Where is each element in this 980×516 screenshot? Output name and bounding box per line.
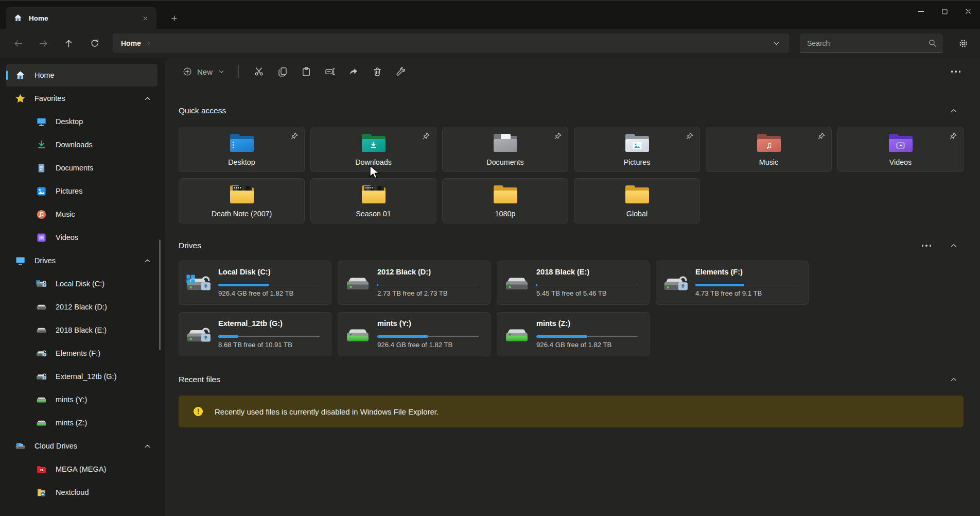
recent-files-collapse-button[interactable] <box>946 372 961 387</box>
sidebar-item-mints-y[interactable]: mints (Y:) <box>6 388 157 411</box>
tile-label: Documents <box>447 158 564 166</box>
quick-access-tile-videos[interactable]: Videos <box>837 127 964 172</box>
drive-capacity: 926.4 GB free of 1.82 TB <box>218 289 293 297</box>
drives-collapse-button[interactable] <box>946 238 961 253</box>
sidebar-item-elements-f[interactable]: Elements (F:) <box>6 342 157 365</box>
sidebar-item-label: Elements (F:) <box>56 349 100 357</box>
breadcrumb-home[interactable]: Home <box>121 39 141 47</box>
sidebar-item-external-12tb-g[interactable]: External_12tb (G:) <box>6 365 157 388</box>
sidebar-item-label: Favorites <box>34 94 65 102</box>
chevron-up-icon[interactable] <box>144 257 151 265</box>
sidebar-item-local-disk-c[interactable]: Local Disk (C:) <box>6 272 157 295</box>
address-bar[interactable]: Home <box>113 33 789 53</box>
sidebar-item-label: Home <box>34 71 55 79</box>
refresh-button[interactable] <box>85 34 104 53</box>
pin-icon[interactable] <box>553 132 562 141</box>
cut-button[interactable] <box>247 61 271 82</box>
share-icon <box>348 66 359 77</box>
quick-access-tile-season-01[interactable]: Season 01 <box>310 178 436 223</box>
drives-title: Drives <box>179 241 201 250</box>
drive-tile-z[interactable]: mints (Z:) 926.4 GB free of 1.82 TB <box>497 312 650 356</box>
drive-tile-y[interactable]: mints (Y:) 926.4 GB free of 1.82 TB <box>338 312 491 356</box>
drive-tile-c[interactable]: Local Disk (C:) 926.4 GB free of 1.82 TB <box>179 261 331 305</box>
delete-button[interactable] <box>365 61 389 82</box>
pin-icon[interactable] <box>290 132 299 141</box>
sidebar-item-label: Desktop <box>56 117 83 126</box>
rename-button[interactable] <box>318 61 342 82</box>
sidebar: Home Favorites Desktop Downloads Documen… <box>0 58 165 516</box>
chevron-up-icon[interactable] <box>144 95 151 102</box>
sidebar-group-favorites[interactable]: Favorites <box>6 87 157 110</box>
up-button[interactable] <box>59 34 78 53</box>
tab-home[interactable]: Home <box>6 7 156 29</box>
back-button[interactable] <box>9 34 27 53</box>
sidebar-item-desktop[interactable]: Desktop <box>6 110 157 133</box>
quick-access-collapse-button[interactable] <box>946 104 961 118</box>
sidebar-item-home[interactable]: Home <box>6 64 157 87</box>
sidebar-item-mega[interactable]: MEGA (MEGA) <box>6 458 157 480</box>
pin-icon[interactable] <box>817 132 826 141</box>
document-icon <box>36 163 47 174</box>
search-input[interactable] <box>807 39 928 47</box>
sidebar-item-mints-z[interactable]: mints (Z:) <box>6 411 157 434</box>
maximize-button[interactable] <box>933 1 956 22</box>
tab-close-button[interactable] <box>138 11 152 25</box>
quick-access-tile-desktop[interactable]: Desktop <box>179 127 305 172</box>
sidebar-item-music[interactable]: Music <box>6 203 157 226</box>
address-dropdown-button[interactable] <box>769 37 783 50</box>
quick-access-tile-global[interactable]: Global <box>574 178 700 223</box>
navigation-bar: Home <box>0 29 980 58</box>
search-box[interactable] <box>800 33 943 53</box>
pin-icon[interactable] <box>949 132 957 141</box>
tools-button[interactable] <box>389 61 413 82</box>
new-button[interactable]: New <box>179 64 229 79</box>
toolbar-separator <box>238 65 239 78</box>
home-icon <box>13 13 23 23</box>
sidebar-item-label: mints (Y:) <box>56 395 87 404</box>
quick-access-tile-1080p[interactable]: 1080p <box>442 178 568 223</box>
sidebar-group-drives[interactable]: Drives <box>6 249 157 272</box>
drive-tile-e[interactable]: 2018 Black (E:) 5.45 TB free of 5.46 TB <box>497 261 650 305</box>
sidebar-item-pictures[interactable]: Pictures <box>6 180 157 202</box>
drive-tile-g[interactable]: External_12tb (G:) 8.68 TB free of 10.91… <box>179 312 331 356</box>
settings-gear-button[interactable] <box>953 34 973 53</box>
sidebar-item-downloads[interactable]: Downloads <box>6 133 157 156</box>
drive-name: Local Disk (C:) <box>218 268 271 276</box>
chevron-up-icon[interactable] <box>144 442 151 450</box>
quick-access-tile-music[interactable]: Music <box>706 127 832 172</box>
forward-button[interactable] <box>34 34 52 53</box>
drives-row-2: External_12tb (G:) 8.68 TB free of 10.91… <box>179 312 650 356</box>
drive-tile-f[interactable]: Elements (F:) 4.73 TB free of 9.1 TB <box>656 261 809 305</box>
sidebar-group-cloud-drives[interactable]: Cloud Drives <box>6 435 157 457</box>
locked-drive-icon <box>186 325 212 345</box>
sidebar-item-nextcloud[interactable]: Nextcloud <box>6 481 157 504</box>
share-button[interactable] <box>342 61 365 82</box>
pictures-icon <box>36 186 47 197</box>
sidebar-item-label: Videos <box>56 233 78 242</box>
quick-access-tile-documents[interactable]: Documents <box>442 127 568 172</box>
pin-icon[interactable] <box>685 132 694 141</box>
sidebar-item-documents[interactable]: Documents <box>6 157 157 179</box>
copy-button[interactable] <box>271 61 294 82</box>
sidebar-item-2018-black-e[interactable]: 2018 Black (E:) <box>6 319 157 341</box>
sidebar-item-videos[interactable]: Videos <box>6 226 157 249</box>
pin-icon[interactable] <box>422 132 430 141</box>
sidebar-scrollbar[interactable] <box>159 239 161 350</box>
mega-folder-icon <box>36 464 47 475</box>
paste-button[interactable] <box>294 61 318 82</box>
plus-circle-icon <box>183 67 192 76</box>
drive-tile-d[interactable]: 2012 Black (D:) 2.73 TB free of 2.73 TB <box>338 261 491 305</box>
see-more-button[interactable] <box>945 62 967 81</box>
videos-folder-icon <box>889 134 913 152</box>
drive-name: 2012 Black (D:) <box>377 268 431 276</box>
sidebar-item-label: 2018 Black (E:) <box>56 326 107 334</box>
close-button[interactable] <box>956 1 980 22</box>
media-folder-icon <box>362 185 386 203</box>
drives-more-button[interactable] <box>918 238 935 253</box>
quick-access-tile-death-note[interactable]: Death Note (2007) <box>179 178 305 223</box>
quick-access-tile-pictures[interactable]: Pictures <box>574 127 700 172</box>
minimize-button[interactable] <box>909 1 933 22</box>
quick-access-tile-downloads[interactable]: Downloads <box>310 127 436 172</box>
new-tab-button[interactable] <box>166 10 182 26</box>
sidebar-item-2012-black-d[interactable]: 2012 Black (D:) <box>6 296 157 318</box>
